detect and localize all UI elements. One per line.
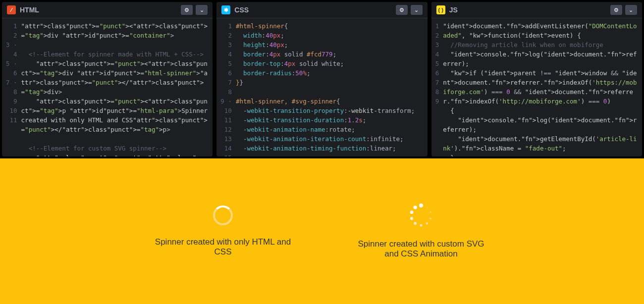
- js-label: JS: [449, 6, 458, 14]
- gear-icon: ⚙: [399, 7, 404, 13]
- preview-left: Spinner created with only HTML and CSS: [154, 205, 292, 257]
- css-lang-icon: ✱: [221, 5, 230, 14]
- code-body-js[interactable]: 1 2 3 4 5 6 7 8 9 "ident">document."fn">…: [431, 18, 642, 156]
- preview-area: Spinner created with only HTML and CSS S…: [0, 158, 644, 304]
- preview-left-caption: Spinner created with only HTML and CSS: [154, 237, 292, 257]
- svg-point-3: [410, 217, 413, 220]
- settings-button[interactable]: ⚙: [181, 5, 193, 15]
- code-body-html[interactable]: 1 2 3 · 4 5 · 6 7 · 8 9 10 11 "attr">cla…: [2, 18, 213, 156]
- code-js[interactable]: "ident">document."fn">addEventListener("…: [443, 21, 642, 156]
- svg-point-1: [413, 205, 417, 209]
- html-label: HTML: [20, 6, 39, 14]
- svg-point-4: [414, 222, 417, 225]
- editor-row: ⁄ HTML ⚙ ⌄ 1 2 3 · 4 5 · 6 7 · 8 9 10 11…: [0, 0, 644, 158]
- gear-icon: ⚙: [184, 7, 189, 13]
- chevron-down-button[interactable]: ⌄: [411, 5, 423, 15]
- editor-title-html: ⁄ HTML: [7, 5, 39, 14]
- svg-point-9: [427, 207, 428, 208]
- code-html[interactable]: "attr">class"punct">="punct"><"attr">cla…: [21, 21, 213, 156]
- preview-right: Spinner created with custom SVG and CSS …: [352, 203, 490, 259]
- gutter-js: 1 2 3 4 5 6 7 8 9: [431, 21, 443, 156]
- gutter-css: 1 2 3 4 5 6 7 8 9 · 10 11 12 13 14 15: [216, 21, 236, 156]
- js-lang-icon: ( ): [436, 5, 445, 14]
- editor-header-buttons: ⚙ ⌄: [396, 5, 423, 15]
- editor-header-css: ✱ CSS ⚙ ⌄: [216, 2, 427, 18]
- settings-button[interactable]: ⚙: [610, 5, 622, 15]
- gutter-html: 1 2 3 · 4 5 · 6 7 · 8 9 10 11: [2, 21, 21, 156]
- editor-title-js: ( ) JS: [436, 5, 458, 14]
- chevron-down-icon: ⌄: [629, 7, 633, 13]
- html-spinner-icon: [213, 205, 233, 225]
- svg-point-2: [410, 210, 414, 214]
- code-css[interactable]: #html-spinner{ width:40px; height:40px; …: [236, 21, 428, 156]
- svg-point-6: [426, 222, 428, 224]
- editor-pane-js: ( ) JS ⚙ ⌄ 1 2 3 4 5 6 7 8 9 "ident">doc…: [431, 2, 642, 156]
- chevron-down-button[interactable]: ⌄: [625, 5, 637, 15]
- html-lang-icon: ⁄: [7, 5, 16, 14]
- editor-pane-html: ⁄ HTML ⚙ ⌄ 1 2 3 · 4 5 · 6 7 · 8 9 10 11…: [2, 2, 213, 156]
- editor-header-html: ⁄ HTML ⚙ ⌄: [2, 2, 213, 18]
- editor-header-buttons: ⚙ ⌄: [610, 5, 637, 15]
- settings-button[interactable]: ⚙: [396, 5, 408, 15]
- editor-header-js: ( ) JS ⚙ ⌄: [431, 2, 642, 18]
- preview-right-caption: Spinner created with custom SVG and CSS …: [352, 239, 490, 259]
- code-body-css[interactable]: 1 2 3 4 5 6 7 8 9 · 10 11 12 13 14 15 #h…: [216, 18, 427, 156]
- chevron-down-button[interactable]: ⌄: [196, 5, 208, 15]
- css-label: CSS: [234, 6, 249, 14]
- svg-point-0: [419, 203, 423, 207]
- editor-header-buttons: ⚙ ⌄: [181, 5, 208, 15]
- svg-point-5: [420, 224, 423, 227]
- chevron-down-icon: ⌄: [414, 7, 419, 13]
- gear-icon: ⚙: [614, 7, 619, 13]
- editor-title-css: ✱ CSS: [221, 5, 249, 14]
- svg-point-8: [429, 211, 431, 213]
- chevron-down-icon: ⌄: [200, 7, 204, 13]
- svg-point-7: [429, 217, 431, 219]
- svg-spinner-icon: [409, 203, 433, 227]
- editor-pane-css: ✱ CSS ⚙ ⌄ 1 2 3 4 5 6 7 8 9 · 10 11 12 1…: [216, 2, 427, 156]
